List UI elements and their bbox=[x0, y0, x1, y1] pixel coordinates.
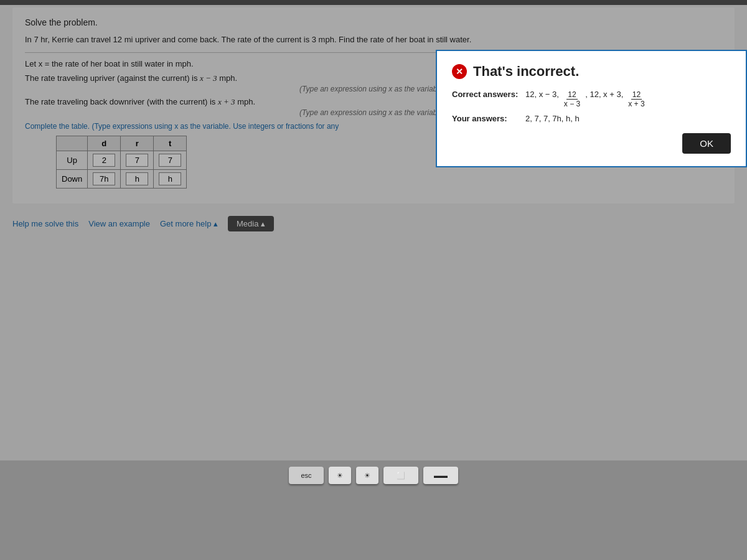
your-answers-values: 2, 7, 7, 7h, h, h bbox=[525, 114, 580, 123]
display-key[interactable]: ⬜ bbox=[383, 467, 418, 484]
laptop-screen: Solve the problem. In 7 hr, Kerrie can t… bbox=[0, 0, 747, 460]
esc-key[interactable]: esc bbox=[289, 467, 324, 484]
correct-answers-line: Correct answers: 12, x − 3, 12 x − 3 , 1… bbox=[452, 90, 731, 109]
your-answers-label: Your answers: bbox=[452, 114, 520, 123]
answers-section: Correct answers: 12, x − 3, 12 x − 3 , 1… bbox=[452, 90, 731, 123]
correct-fraction-1: 12 x − 3 bbox=[563, 90, 581, 109]
ok-button[interactable]: OK bbox=[682, 133, 731, 154]
incorrect-modal: ✕ That's incorrect. Correct answers: 12,… bbox=[436, 50, 747, 167]
correct-answers-label: Correct answers: bbox=[452, 90, 520, 99]
brightness-down-key[interactable]: ☀ bbox=[329, 467, 351, 484]
fraction-denominator-1: x − 3 bbox=[563, 100, 581, 108]
correct-fraction-2: 12 x + 3 bbox=[627, 90, 646, 109]
modal-title: ✕ That's incorrect. bbox=[452, 63, 731, 80]
fraction-denominator-2: x + 3 bbox=[627, 100, 646, 108]
incorrect-icon: ✕ bbox=[452, 64, 467, 79]
screen-content: Solve the problem. In 7 hr, Kerrie can t… bbox=[0, 0, 747, 460]
keyboard-area: esc ☀ ☀ ⬜ ▬▬ bbox=[0, 460, 747, 560]
modal-overlay: ✕ That's incorrect. Correct answers: 12,… bbox=[0, 0, 747, 460]
fraction-numerator-1: 12 bbox=[566, 90, 577, 100]
your-answers-line: Your answers: 2, 7, 7, 7h, h, h bbox=[452, 114, 731, 123]
correct-val-1: 12, x − 3, bbox=[525, 90, 559, 99]
correct-answers-values: 12, x − 3, 12 x − 3 , 12, x + 3, 12 x + … bbox=[525, 90, 646, 109]
brightness-up-key[interactable]: ☀ bbox=[356, 467, 378, 484]
modal-title-text: That's incorrect. bbox=[473, 63, 579, 80]
correct-val-2: , 12, x + 3, bbox=[585, 90, 623, 99]
fraction-numerator-2: 12 bbox=[631, 90, 642, 100]
dashes-key[interactable]: ▬▬ bbox=[423, 467, 458, 484]
